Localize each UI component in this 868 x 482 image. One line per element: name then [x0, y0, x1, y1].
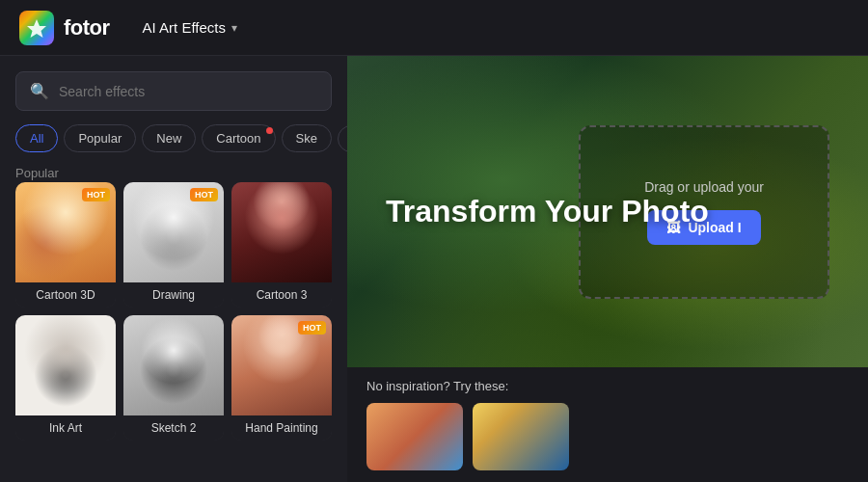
hero-title: Transform Your Photo [386, 194, 709, 229]
effect-thumb-cartoon3d: HOT [15, 182, 116, 282]
logo-text: fotor [64, 15, 110, 40]
logo: fotor [19, 11, 110, 45]
search-icon: 🔍 [30, 82, 49, 100]
app-header: fotor AI Art Effects ▾ [0, 0, 868, 56]
hero-area: Transform Your Photo Drag or upload your… [347, 56, 868, 367]
inspiration-thumbs [366, 403, 849, 470]
main-content: 🔍 All Popular New Cartoon Ske › [0, 56, 868, 482]
effect-card-drawing[interactable]: HOT Drawing [123, 182, 224, 308]
tab-cartoon[interactable]: Cartoon [202, 124, 275, 152]
scroll-right-arrow[interactable]: › [338, 125, 347, 152]
svg-marker-0 [27, 19, 46, 38]
tab-sketch[interactable]: Ske [282, 124, 332, 152]
popular-label: Popular [15, 166, 332, 180]
right-panel: Transform Your Photo Drag or upload your… [347, 56, 868, 482]
nav-label: AI Art Effects [143, 19, 226, 36]
logo-icon [19, 11, 54, 45]
search-box[interactable]: 🔍 [15, 71, 332, 111]
sidebar: 🔍 All Popular New Cartoon Ske › [0, 56, 347, 482]
effect-card-cartoon3[interactable]: Cartoon 3 [231, 182, 332, 308]
effect-thumb-drawing: HOT [123, 182, 224, 282]
effect-thumb-inkart [15, 315, 116, 415]
effect-card-handpainting[interactable]: HOT Hand Painting [231, 315, 332, 441]
effect-card-cartoon3d[interactable]: HOT Cartoon 3D [15, 182, 116, 308]
hot-badge-cartoon3d: HOT [82, 188, 110, 201]
effect-thumb-handpainting: HOT [231, 315, 332, 415]
chevron-down-icon: ▾ [231, 21, 237, 35]
effect-card-inkart[interactable]: Ink Art [15, 315, 116, 441]
inspiration-row: No inspiration? Try these: [347, 367, 868, 482]
tab-all[interactable]: All [15, 124, 58, 152]
effect-label-handpainting: Hand Painting [231, 415, 332, 441]
hot-badge-handpainting: HOT [298, 321, 326, 335]
inspiration-label: No inspiration? Try these: [366, 379, 849, 393]
search-input[interactable] [59, 84, 317, 99]
effect-label-sketch2: Sketch 2 [123, 415, 224, 441]
tab-popular[interactable]: Popular [64, 124, 136, 152]
new-dot-indicator [266, 127, 273, 134]
effect-thumb-cartoon3 [231, 182, 332, 282]
effect-label-cartoon3d: Cartoon 3D [15, 282, 116, 308]
effect-thumb-sketch2 [123, 315, 224, 415]
hot-badge-drawing: HOT [190, 188, 218, 201]
ai-art-effects-nav[interactable]: AI Art Effects ▾ [133, 13, 247, 41]
effect-label-inkart: Ink Art [15, 415, 116, 441]
filter-tabs: All Popular New Cartoon Ske › [15, 124, 332, 152]
effect-label-cartoon3: Cartoon 3 [231, 282, 332, 308]
popular-section: Popular HOT Cartoon 3D HOT Drawing [15, 166, 332, 441]
tab-new[interactable]: New [142, 124, 196, 152]
effect-card-sketch2[interactable]: Sketch 2 [123, 315, 224, 441]
hero-content: Transform Your Photo [347, 155, 868, 268]
popular-grid: HOT Cartoon 3D HOT Drawing Cartoon 3 [15, 182, 332, 441]
inspiration-thumb-1[interactable] [366, 403, 463, 470]
effect-label-drawing: Drawing [123, 282, 224, 308]
inspiration-thumb-2[interactable] [473, 403, 569, 470]
